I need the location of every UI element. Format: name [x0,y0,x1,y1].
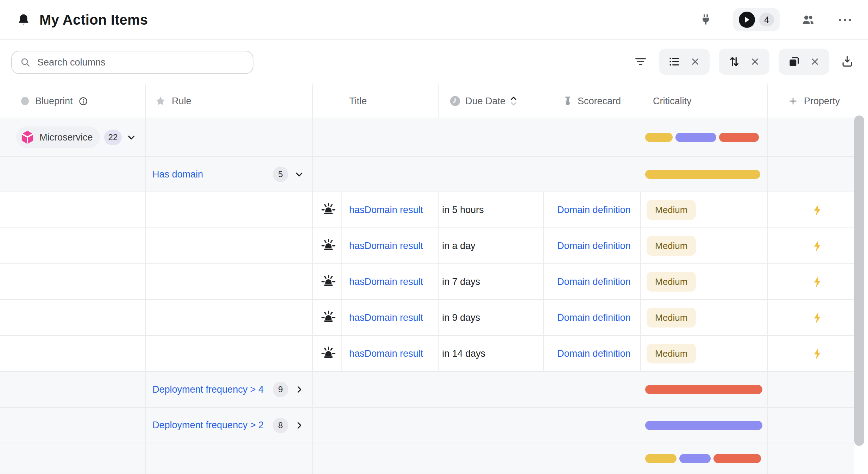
title-link[interactable]: hasDomain result [349,241,423,251]
runs-count-badge: 4 [759,13,774,26]
close-icon[interactable] [750,56,760,67]
table-row: hasDomain resultin 5 hoursDomain definit… [0,192,854,228]
scorecard-link[interactable]: Domain definition [557,312,631,323]
property-cell [768,157,854,192]
table-row: hasDomain resultin 9 daysDomain definiti… [0,300,854,336]
column-header-scorecard[interactable]: Scorecard [544,85,641,118]
count-badge: 8 [273,418,288,433]
search-icon [20,57,31,68]
rule-cell: Deployment frequency > 28 [146,408,313,443]
criticality-badge: Medium [647,308,696,328]
column-header-blueprint[interactable]: Blueprint [0,85,146,118]
column-header-title[interactable]: Title [342,85,439,118]
chevron-right-icon[interactable] [294,420,304,431]
title-cell [342,118,439,156]
blueprint-label: Microservice [39,132,93,143]
property-cell [768,443,854,474]
alarm-icon [321,346,336,361]
title-link[interactable]: hasDomain result [349,348,423,359]
chevron-down-icon[interactable] [294,169,304,180]
table-row: hasDomain resultin 14 daysDomain definit… [0,336,854,372]
blueprint-pill[interactable]: Microservice [16,126,100,148]
scorecard-link[interactable]: Domain definition [557,276,631,287]
chevron-right-icon[interactable] [294,384,304,395]
column-header-due-date[interactable]: Due Date [439,85,544,118]
rule-cell [146,192,313,227]
table-row[interactable]: Deployment frequency > 49 [0,372,854,408]
column-header-rule[interactable]: Rule [146,85,313,118]
table-row[interactable]: Has domain5 [0,157,854,192]
title-link[interactable]: hasDomain result [349,312,423,323]
more-icon[interactable] [837,17,853,23]
count-badge: 22 [104,130,122,145]
scorecard-cell: Domain definition [544,228,641,263]
due-date-cell [439,157,544,192]
count-badge: 5 [273,167,288,182]
group-list-control[interactable] [659,49,710,75]
group-by-control[interactable] [779,49,829,75]
due-date-cell [439,118,544,156]
info-icon[interactable] [78,96,88,106]
criticality-cell [641,372,768,407]
scorecard-cell: Domain definition [544,336,641,371]
due-date-cell [439,372,544,407]
blueprint-cell [0,157,146,192]
title-link[interactable]: hasDomain result [349,276,423,287]
table-body: Microservice22Has domain5hasDomain resul… [0,118,854,474]
criticality-bar [645,385,762,394]
bolt-icon [811,238,824,253]
criticality-cell [641,408,768,443]
scorecard-link[interactable]: Domain definition [557,205,631,216]
criticality-bar [645,133,673,142]
filter-icon[interactable] [631,52,650,71]
table-row[interactable]: Microservice22 [0,118,854,157]
criticality-bar [679,454,711,463]
download-icon[interactable] [838,53,856,70]
table-row[interactable]: Deployment frequency > 28 [0,408,854,443]
users-icon[interactable] [799,10,818,29]
plus-icon [788,96,798,106]
runs-button[interactable]: 4 [733,8,780,31]
close-icon[interactable] [690,56,700,67]
rule-cell: Has domain5 [146,157,313,192]
scorecard-link[interactable]: Domain definition [557,348,631,359]
alarm-icon [321,310,336,325]
rule-link[interactable]: Deployment frequency > 2 [152,420,264,431]
rule-cell: Deployment frequency > 49 [146,372,313,407]
due-date-value: in 9 days [442,312,480,323]
scorecard-cell: Domain definition [544,300,641,335]
blueprint-cell [0,443,146,474]
column-header-criticality[interactable]: Criticality [641,85,768,118]
rule-link[interactable]: Has domain [152,169,203,180]
plug-icon[interactable] [697,11,714,28]
sort-direction-icon[interactable] [510,94,517,108]
chevron-down-icon[interactable] [126,132,137,143]
title-cell: hasDomain result [342,300,439,335]
sort-icon [728,55,741,68]
title-link[interactable]: hasDomain result [349,205,423,216]
scorecard-link[interactable]: Domain definition [557,241,631,251]
due-date-value: in 7 days [442,276,480,287]
alarm-icon [321,202,336,218]
criticality-cell: Medium [641,192,768,227]
sort-control[interactable] [719,49,769,75]
vertical-scrollbar-thumb[interactable] [854,116,864,446]
column-header-add-property[interactable]: Property [768,85,854,118]
property-cell [768,264,854,299]
table-row[interactable] [0,443,854,474]
title-icon-cell [313,118,342,156]
star-icon [155,95,166,107]
rule-link[interactable]: Deployment frequency > 4 [152,384,264,395]
play-icon[interactable] [739,12,755,28]
property-cell [768,372,854,407]
scorecard-cell [544,118,641,156]
search-input[interactable] [37,57,245,68]
rule-cell [146,264,313,299]
title-cell: hasDomain result [342,192,439,227]
close-icon[interactable] [810,56,820,67]
due-date-value: in 5 hours [442,205,484,216]
title-icon-cell [313,157,342,192]
criticality-cell [641,443,768,474]
search-box[interactable] [11,51,253,74]
rule-cell [146,443,313,474]
